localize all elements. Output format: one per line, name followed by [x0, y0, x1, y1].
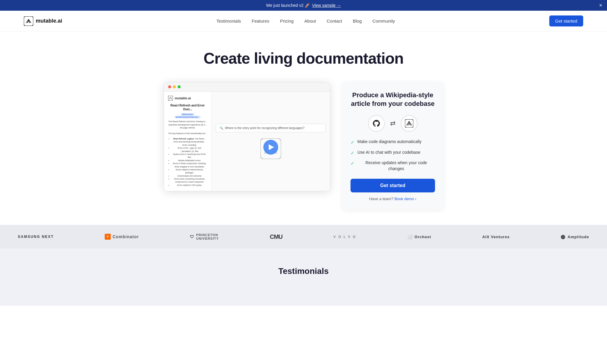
titlebar-dot-yellow [173, 85, 176, 88]
app-doc-title: React Refresh and Error Over... [168, 103, 207, 111]
mutable-icon-circle [401, 115, 417, 132]
nav-links: Testimonials Features Pricing About Cont… [216, 18, 395, 24]
check-icon-1: ✓ [351, 139, 354, 146]
nav-link-testimonials[interactable]: Testimonials [216, 18, 241, 23]
banner-close-button[interactable]: × [599, 2, 602, 9]
svg-rect-1 [168, 96, 173, 101]
nav-link-pricing[interactable]: Pricing [280, 18, 294, 23]
orchest-label: Orchest [414, 235, 431, 239]
list-item: Errors in the _app.js and _document.js f… [172, 147, 207, 153]
app-demo-screenshot: mutable.ai React Refresh and Error Over.… [164, 82, 330, 191]
app-key-features-intro: The key features of this functionality i… [168, 132, 207, 135]
app-bullet-header: React Refresh Logbox: The React... error… [172, 137, 207, 147]
list-item: Errors when converting a functional comp… [172, 178, 207, 184]
app-body: mutable.ai React Refresh and Error Over.… [164, 92, 330, 191]
main-nav: mutable.ai Testimonials Features Pricing… [0, 11, 607, 32]
logo-icon [24, 16, 33, 26]
app-brand-label: mutable.ai [175, 96, 191, 100]
check-icon-2: ✓ [351, 150, 354, 156]
logo-princeton: 🛡 PRINCETONUNIVERSITY [190, 233, 219, 240]
app-search-bar: 🔍 Where is the entry point for recognizi… [216, 124, 326, 132]
github-icon-circle [368, 115, 385, 132]
app-bullets-list: React Refresh Logbox: The React... error… [168, 137, 207, 187]
app-paragraph: The React Refresh and Error Overlay fu..… [168, 120, 207, 130]
feature-text-1: Make code diagrams automatically [357, 139, 422, 145]
announcement-banner: We just launched v2 🚀 View sample → × [0, 0, 607, 11]
feature-item-1: ✓ Make code diagrams automatically [351, 139, 435, 146]
logo-amplitude: ⬤ Amplitude [561, 234, 589, 239]
hero-title: Create living documentation [24, 49, 583, 67]
logo-cmu: CMU [270, 233, 283, 240]
play-triangle-icon [269, 144, 274, 150]
testimonials-section: Testimonials [0, 249, 607, 306]
feature-text-2: Use AI to chat with your codebase [357, 150, 420, 156]
ycombinator-label: Combinator [112, 234, 139, 239]
logo-samsung: SAMSUNG NEXT [18, 235, 54, 239]
book-demo-link[interactable]: Book demo › [394, 197, 416, 201]
app-search-text: Where is the entry point for recognizing… [225, 126, 304, 130]
list-item: Errors related to CSS syntax [172, 184, 207, 187]
hero-content: mutable.ai React Refresh and Error Over.… [140, 82, 467, 210]
list-item: Syntax errors in JavaScript and SCSS fil… [172, 153, 207, 159]
app-logo-small [168, 96, 173, 101]
nav-link-community[interactable]: Community [373, 18, 395, 23]
check-icon-3: ✓ [351, 160, 354, 167]
hero-section: Create living documentation mutabl [0, 32, 607, 225]
ycombinator-badge: Y [105, 234, 111, 240]
amplitude-label: Amplitude [567, 235, 589, 239]
aix-label: AIX Ventures [482, 235, 510, 239]
nav-link-contact[interactable]: Contact [327, 18, 342, 23]
princeton-label: PRINCETONUNIVERSITY [196, 233, 219, 240]
search-icon: 🔍 [220, 126, 223, 130]
samsung-label: SAMSUNG NEXT [18, 235, 54, 239]
cmu-label: CMU [270, 233, 283, 240]
mutable-icon [405, 119, 413, 128]
card-title: Produce a Wikipedia-style article from y… [351, 91, 435, 108]
github-icon [372, 119, 381, 128]
arrow-icon: ⇄ [390, 120, 395, 127]
testimonials-title: Testimonials [24, 266, 583, 276]
logo[interactable]: mutable.ai [24, 16, 62, 26]
volvo-label: V O L V O [334, 235, 356, 239]
card-cta-button[interactable]: Get started [351, 179, 435, 192]
list-item: Unterminated JSX elements [172, 175, 207, 178]
app-ref-label: References: [181, 113, 195, 116]
card-integration-icons: ⇄ [351, 115, 435, 132]
nav-link-features[interactable]: Features [252, 18, 269, 23]
app-titlebar [164, 82, 330, 92]
banner-text: We just launched v2 🚀 [266, 3, 310, 8]
nav-link-about[interactable]: About [304, 18, 316, 23]
logo-aix: AIX Ventures [482, 235, 510, 239]
app-left-header: mutable.ai [168, 96, 207, 101]
nav-cta-button[interactable]: Get started [549, 15, 583, 26]
feature-text-3: Receive updates when your code changes [357, 160, 435, 172]
list-item: Module initialization errors [172, 159, 207, 162]
banner-link[interactable]: View sample → [312, 3, 341, 8]
logo-text: mutable.ai [36, 18, 62, 24]
titlebar-dot-red [168, 85, 171, 88]
app-right-panel: 🔍 Where is the entry point for recognizi… [212, 92, 330, 191]
logo-ycombinator: Y Combinator [105, 234, 139, 240]
hero-feature-card: Produce a Wikipedia-style article from y… [342, 82, 443, 210]
feature-item-3: ✓ Receive updates when your code changes [351, 160, 435, 172]
logos-strip: SAMSUNG NEXT Y Combinator 🛡 PRINCETONUNI… [0, 225, 607, 249]
list-item: Errors in React components, including th… [172, 162, 207, 168]
app-ref: References: test/development/accep... [168, 113, 207, 118]
logo-volvo: V O L V O [334, 235, 356, 239]
team-label: Have a team? [369, 197, 393, 201]
app-left-panel: mutable.ai React Refresh and Error Over.… [164, 92, 212, 191]
list-item: Errors related to internal Next.js packa… [172, 168, 207, 175]
logo-orchest: ⬜ Orchest [407, 234, 431, 239]
feature-item-2: ✓ Use AI to chat with your codebase [351, 150, 435, 156]
app-ref-code: test/development/accep... [175, 116, 201, 118]
titlebar-dot-green [178, 85, 181, 88]
nav-link-blog[interactable]: Blog [353, 18, 362, 23]
card-team-text: Have a team? Book demo › [351, 197, 435, 201]
feature-list: ✓ Make code diagrams automatically ✓ Use… [351, 139, 435, 172]
video-play-button[interactable] [263, 140, 278, 155]
